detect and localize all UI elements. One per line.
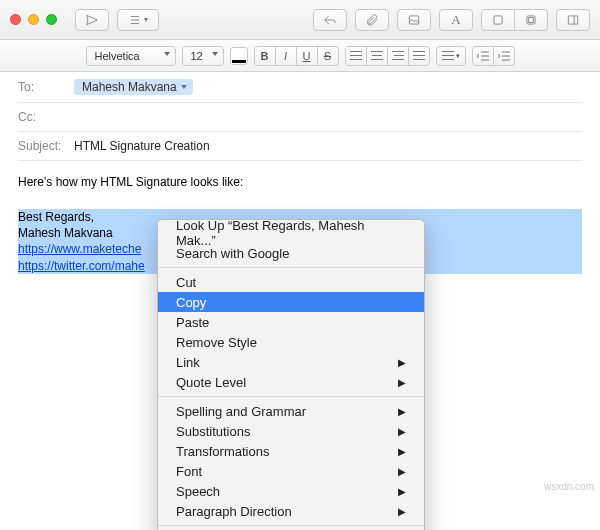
menu-quote-level[interactable]: Quote Level▶ [158, 372, 424, 392]
indent-icon [498, 51, 510, 61]
message-headers: To: Mahesh Makvana Cc: Subject: HTML Sig… [0, 72, 600, 161]
menu-transformations[interactable]: Transformations▶ [158, 441, 424, 461]
menu-remove-style[interactable]: Remove Style [158, 332, 424, 352]
markup-icon [524, 13, 538, 27]
font-size-select[interactable]: 12 [182, 46, 224, 66]
titlebar: ▾ A [0, 0, 600, 40]
paperclip-icon [365, 13, 379, 27]
context-menu: Look Up “Best Regards, Mahesh Mak...” Se… [157, 219, 425, 530]
sig-line-1: Best Regards, [18, 210, 94, 224]
svg-rect-2 [527, 15, 535, 23]
reply-icon [323, 13, 337, 27]
list-style-button[interactable]: ▾ [436, 46, 466, 66]
subject-value: HTML Signature Creation [74, 139, 210, 153]
photo-icon [407, 13, 421, 27]
markup-button[interactable] [514, 9, 548, 31]
minimize-window-button[interactable] [28, 14, 39, 25]
header-fields-button[interactable]: ▾ [117, 9, 159, 31]
subject-label: Subject: [18, 139, 66, 153]
menu-font[interactable]: Font▶ [158, 461, 424, 481]
menu-cut[interactable]: Cut [158, 272, 424, 292]
emoji-icon [491, 13, 505, 27]
svg-rect-1 [494, 15, 502, 23]
to-row[interactable]: To: Mahesh Makvana [18, 72, 582, 103]
window-controls [10, 14, 57, 25]
menu-separator [158, 525, 424, 526]
zoom-window-button[interactable] [46, 14, 57, 25]
underline-button[interactable]: U [296, 46, 318, 66]
align-justify-button[interactable] [408, 46, 430, 66]
send-button[interactable] [75, 9, 109, 31]
photo-browser-button[interactable] [397, 9, 431, 31]
menu-link[interactable]: Link▶ [158, 352, 424, 372]
list-icon [128, 13, 142, 27]
cc-row[interactable]: Cc: [18, 103, 582, 132]
menu-paragraph-direction[interactable]: Paragraph Direction▶ [158, 501, 424, 521]
align-right-button[interactable] [387, 46, 409, 66]
indent-button[interactable] [493, 46, 515, 66]
emoji-button[interactable] [481, 9, 515, 31]
to-label: To: [18, 80, 66, 94]
watermark: wsxdn.com [544, 481, 594, 492]
reply-button[interactable] [313, 9, 347, 31]
menu-copy[interactable]: Copy [158, 292, 424, 312]
sidebar-icon [566, 13, 580, 27]
menu-lookup[interactable]: Look Up “Best Regards, Mahesh Mak...” [158, 223, 424, 243]
italic-button[interactable]: I [275, 46, 297, 66]
outdent-button[interactable] [472, 46, 494, 66]
body-intro-text: Here's how my HTML Signature looks like: [18, 175, 582, 189]
sig-line-2: Mahesh Makvana [18, 226, 113, 240]
font-family-select[interactable]: Helvetica [86, 46, 176, 66]
close-window-button[interactable] [10, 14, 21, 25]
subject-row[interactable]: Subject: HTML Signature Creation [18, 132, 582, 161]
to-recipient-pill[interactable]: Mahesh Makvana [74, 79, 193, 95]
sig-link-1[interactable]: https://www.maketeche [18, 242, 141, 256]
svg-rect-3 [529, 17, 534, 22]
strikethrough-button[interactable]: S [317, 46, 339, 66]
menu-separator [158, 267, 424, 268]
menu-spelling[interactable]: Spelling and Grammar▶ [158, 401, 424, 421]
svg-rect-4 [568, 15, 577, 23]
align-left-button[interactable] [345, 46, 367, 66]
align-center-button[interactable] [366, 46, 388, 66]
attach-button[interactable] [355, 9, 389, 31]
outdent-icon [477, 51, 489, 61]
format-toolbar: Helvetica 12 B I U S ▾ [0, 40, 600, 72]
bold-button[interactable]: B [254, 46, 276, 66]
menu-speech[interactable]: Speech▶ [158, 481, 424, 501]
text-color-button[interactable] [230, 47, 248, 65]
sig-link-2[interactable]: https://twitter.com/mahe [18, 259, 145, 273]
format-button[interactable]: A [439, 9, 473, 31]
cc-label: Cc: [18, 110, 66, 124]
menu-paste[interactable]: Paste [158, 312, 424, 332]
menu-separator [158, 396, 424, 397]
sidebar-button[interactable] [556, 9, 590, 31]
send-icon [85, 13, 99, 27]
menu-substitutions[interactable]: Substitutions▶ [158, 421, 424, 441]
